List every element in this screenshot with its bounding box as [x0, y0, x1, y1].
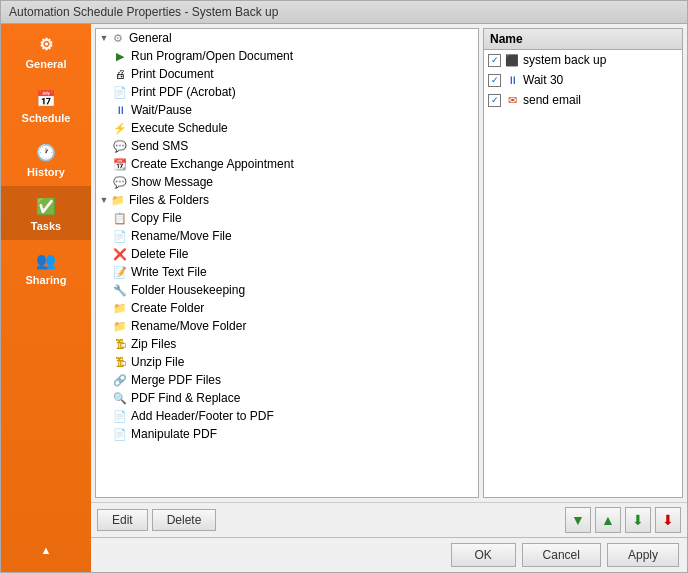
name-item-systembackup[interactable]: ✓ ⬛ system back up [484, 50, 682, 70]
manipulate-icon: 📄 [112, 426, 128, 442]
tree-wait-label: Wait/Pause [131, 103, 192, 117]
ok-button[interactable]: OK [451, 543, 516, 567]
panels-row: ▼ ⚙ General ▶ Run Program/Open Document … [91, 24, 687, 502]
systembackup-item-icon: ⬛ [504, 52, 520, 68]
checkbox-systembackup[interactable]: ✓ [488, 54, 501, 67]
zip-icon: 🗜 [112, 336, 128, 352]
tree-zip[interactable]: 🗜 Zip Files [96, 335, 478, 353]
tree-show-label: Show Message [131, 175, 213, 189]
tree-manipulate[interactable]: 📄 Manipulate PDF [96, 425, 478, 443]
tree-merge[interactable]: 🔗 Merge PDF Files [96, 371, 478, 389]
down-arrow-icon: ⬇ [632, 512, 644, 528]
tree-write[interactable]: 📝 Write Text File [96, 263, 478, 281]
delete-icon: ❌ [112, 246, 128, 262]
exec-icon: ⚡ [112, 120, 128, 136]
wait-icon: ⏸ [112, 102, 128, 118]
tree-findreplace[interactable]: 🔍 PDF Find & Replace [96, 389, 478, 407]
toggle-files[interactable]: ▼ [98, 194, 110, 206]
down-arrow-green-icon: ▼ [571, 512, 585, 528]
sidebar-item-sharing[interactable]: 👥 Sharing [1, 240, 91, 294]
tree-run-label: Run Program/Open Document [131, 49, 293, 63]
files-tree-icon: 📁 [110, 192, 126, 208]
tree-files-label: Files & Folders [129, 193, 209, 207]
tree-show[interactable]: 💬 Show Message [96, 173, 478, 191]
tree-exec-label: Execute Schedule [131, 121, 228, 135]
sidebar-item-general[interactable]: ⚙ General [1, 24, 91, 78]
move-down-green-button[interactable]: ▼ [565, 507, 591, 533]
sidebar-collapse[interactable]: ▲ [37, 536, 56, 564]
delete-button[interactable]: Delete [152, 509, 217, 531]
tree-print-label: Print Document [131, 67, 214, 81]
tree-exec[interactable]: ⚡ Execute Schedule [96, 119, 478, 137]
tree-wait[interactable]: ⏸ Wait/Pause [96, 101, 478, 119]
sidebar-item-history[interactable]: 🕐 History [1, 132, 91, 186]
general-icon: ⚙ [34, 32, 58, 56]
name-panel-header: Name [484, 29, 682, 50]
apply-button[interactable]: Apply [607, 543, 679, 567]
move-red-button[interactable]: ⬇ [655, 507, 681, 533]
tree-run[interactable]: ▶ Run Program/Open Document [96, 47, 478, 65]
name-item-sendemail[interactable]: ✓ ✉ send email [484, 90, 682, 110]
tree-sms-label: Send SMS [131, 139, 188, 153]
tree-delete[interactable]: ❌ Delete File [96, 245, 478, 263]
tree-copy-label: Copy File [131, 211, 182, 225]
checkbox-wait30[interactable]: ✓ [488, 74, 501, 87]
general-tree-icon: ⚙ [110, 30, 126, 46]
move-up-green-button[interactable]: ▲ [595, 507, 621, 533]
tree-housekeep[interactable]: 🔧 Folder Housekeeping [96, 281, 478, 299]
tasks-icon: ✅ [34, 194, 58, 218]
tree-section-general[interactable]: ▼ ⚙ General [96, 29, 478, 47]
tree-panel[interactable]: ▼ ⚙ General ▶ Run Program/Open Document … [95, 28, 479, 498]
tree-exchange[interactable]: 📆 Create Exchange Appointment [96, 155, 478, 173]
tree-section-files[interactable]: ▼ 📁 Files & Folders [96, 191, 478, 209]
main-window: Automation Schedule Properties - System … [0, 0, 688, 573]
tree-renamefolder-label: Rename/Move Folder [131, 319, 246, 333]
right-panel: ▼ ⚙ General ▶ Run Program/Open Document … [91, 24, 687, 572]
tree-renamefolder[interactable]: 📁 Rename/Move Folder [96, 317, 478, 335]
edit-button[interactable]: Edit [97, 509, 148, 531]
pdf-icon: 📄 [112, 84, 128, 100]
print-icon: 🖨 [112, 66, 128, 82]
tree-renamefile-label: Rename/Move File [131, 229, 232, 243]
sidebar-item-schedule[interactable]: 📅 Schedule [1, 78, 91, 132]
unzip-icon: 🗜 [112, 354, 128, 370]
name-panel: Name ✓ ⬛ system back up ✓ ⏸ Wait 30 ✓ ✉ [483, 28, 683, 498]
tree-zip-label: Zip Files [131, 337, 176, 351]
tree-copy[interactable]: 📋 Copy File [96, 209, 478, 227]
run-icon: ▶ [112, 48, 128, 64]
bottom-bar: Edit Delete ▼ ▲ ⬇ ⬇ [91, 502, 687, 537]
sidebar-bottom: ▲ [1, 536, 91, 572]
sidebar-label-schedule: Schedule [22, 112, 71, 124]
tree-unzip[interactable]: 🗜 Unzip File [96, 353, 478, 371]
name-label-sendemail: send email [523, 93, 581, 107]
tree-sms[interactable]: 💬 Send SMS [96, 137, 478, 155]
header-icon: 📄 [112, 408, 128, 424]
housekeep-icon: 🔧 [112, 282, 128, 298]
tree-header[interactable]: 📄 Add Header/Footer to PDF [96, 407, 478, 425]
toggle-general[interactable]: ▼ [98, 32, 110, 44]
tree-findreplace-label: PDF Find & Replace [131, 391, 240, 405]
action-bar: OK Cancel Apply [91, 537, 687, 572]
name-label-systembackup: system back up [523, 53, 606, 67]
sidebar-label-general: General [26, 58, 67, 70]
tree-pdf[interactable]: 📄 Print PDF (Acrobat) [96, 83, 478, 101]
schedule-icon: 📅 [34, 86, 58, 110]
cancel-button[interactable]: Cancel [522, 543, 601, 567]
move-down-button[interactable]: ⬇ [625, 507, 651, 533]
checkbox-sendemail[interactable]: ✓ [488, 94, 501, 107]
show-icon: 💬 [112, 174, 128, 190]
findreplace-icon: 🔍 [112, 390, 128, 406]
tree-exchange-label: Create Exchange Appointment [131, 157, 294, 171]
tree-delete-label: Delete File [131, 247, 188, 261]
tree-renamefile[interactable]: 📄 Rename/Move File [96, 227, 478, 245]
sidebar-spacer [1, 294, 91, 536]
sidebar-label-tasks: Tasks [31, 220, 61, 232]
sidebar-label-sharing: Sharing [26, 274, 67, 286]
name-label-wait30: Wait 30 [523, 73, 563, 87]
tree-print[interactable]: 🖨 Print Document [96, 65, 478, 83]
tree-createfolder[interactable]: 📁 Create Folder [96, 299, 478, 317]
sidebar-item-tasks[interactable]: ✅ Tasks [1, 186, 91, 240]
name-item-wait30[interactable]: ✓ ⏸ Wait 30 [484, 70, 682, 90]
sidebar: ⚙ General 📅 Schedule 🕐 History ✅ Tasks 👥… [1, 24, 91, 572]
createfolder-icon: 📁 [112, 300, 128, 316]
